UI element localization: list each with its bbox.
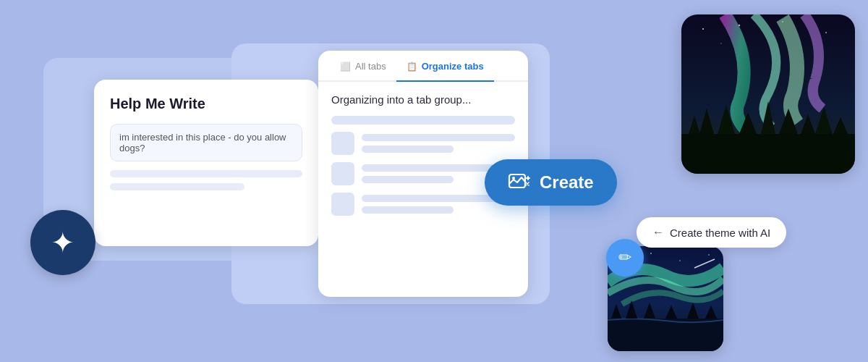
organizing-text: Organizing into a tab group...: [331, 93, 515, 106]
all-tabs-icon: [340, 61, 351, 72]
create-image-icon: [508, 171, 531, 194]
aurora-image-large: [681, 14, 855, 174]
svg-point-21: [679, 260, 680, 261]
svg-point-6: [825, 32, 827, 33]
organize-tabs-icon: [407, 61, 417, 72]
pencil-icon: ✏: [618, 248, 631, 267]
skeleton-block-1: [331, 132, 515, 155]
create-theme-label: Create theme with AI: [670, 227, 770, 239]
svg-point-20: [650, 253, 652, 254]
skeleton-lines-1: [362, 134, 515, 153]
create-theme-chip[interactable]: ← Create theme with AI: [637, 217, 786, 248]
skeleton-line-1a: [362, 134, 515, 141]
create-button-label: Create: [540, 172, 594, 193]
help-me-write-title: Help Me Write: [110, 96, 302, 112]
tab-organize-tabs-label: Organize tabs: [422, 61, 484, 72]
create-button[interactable]: Create: [485, 159, 617, 206]
svg-point-1: [512, 177, 515, 180]
skeleton-line-2b: [362, 176, 454, 183]
tab-all-tabs[interactable]: All tabs: [330, 51, 396, 82]
edit-pencil-button[interactable]: ✏: [606, 239, 644, 277]
tab-all-tabs-label: All tabs: [355, 61, 386, 72]
skeleton-square-3: [331, 193, 354, 216]
star-icon: ✦: [51, 226, 75, 259]
svg-point-22: [708, 254, 710, 256]
help-write-input[interactable]: im interested in this place - do you all…: [110, 124, 302, 161]
ai-star-circle[interactable]: ✦: [30, 210, 95, 275]
organize-card-body: Organizing into a tab group...: [318, 82, 528, 235]
skeleton-line-1b: [362, 146, 454, 153]
tabs-bar: All tabs Organize tabs: [318, 51, 528, 82]
help-me-write-card: Help Me Write im interested in this plac…: [94, 80, 318, 246]
svg-rect-8: [681, 134, 855, 174]
skeleton-square-1: [331, 132, 354, 155]
svg-point-7: [720, 43, 721, 43]
arrow-left-icon: ←: [652, 226, 664, 239]
skeleton-block-3: [331, 193, 515, 216]
skeleton-line-3b: [362, 206, 454, 214]
placeholder-line-2: [110, 183, 244, 190]
skeleton-square-2: [331, 162, 354, 185]
svg-point-3: [702, 28, 704, 30]
svg-rect-24: [608, 319, 723, 351]
placeholder-line-1: [110, 170, 302, 177]
tab-organize-tabs[interactable]: Organize tabs: [396, 51, 494, 82]
skeleton-row-top: [331, 116, 515, 125]
